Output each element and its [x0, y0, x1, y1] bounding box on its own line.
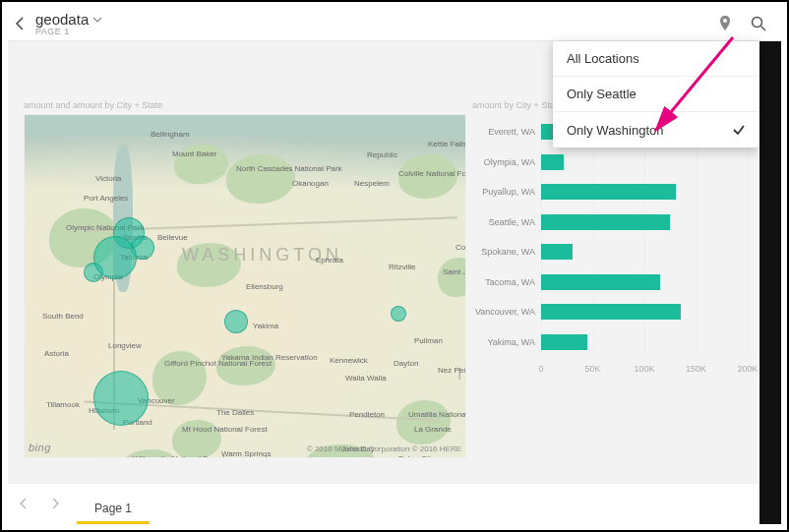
title-block[interactable]: geodata PAGE 1 [35, 11, 102, 36]
map-data-point[interactable] [93, 236, 137, 279]
bar-chart-visual[interactable]: Everett, WAOlympia, WAPuyallup, WASeattl… [472, 114, 748, 378]
back-button[interactable] [8, 11, 33, 36]
filter-menu-label: Only Washington [567, 123, 664, 138]
forest-patch [438, 258, 466, 297]
bar-row: Olympia, WA [472, 150, 748, 175]
bar-category-label: Olympia, WA [472, 157, 541, 167]
map-city-label: Mt Hood National Forest [182, 425, 268, 434]
chart-visual-title: amount by City + State [472, 100, 562, 110]
bar[interactable] [541, 334, 587, 350]
map-data-point[interactable] [93, 371, 149, 426]
map-city-label: Victoria [95, 174, 122, 183]
bar[interactable] [541, 154, 564, 170]
bar[interactable] [541, 244, 573, 260]
map-city-label: Kennewick [330, 356, 368, 365]
bar-category-label: Vancouver, WA [472, 307, 541, 317]
bar-category-label: Seattle, WA [472, 217, 541, 227]
map-city-label: Dayton [394, 359, 418, 368]
x-tick-label: 200K [737, 364, 758, 374]
map-city-label: Mount Baker [172, 149, 216, 158]
map-city-label: Bellevue [157, 233, 188, 242]
svg-point-0 [723, 19, 727, 23]
map-pin-icon [716, 15, 734, 32]
map-city-label: The Dalles [216, 408, 254, 417]
bar-category-label: Tacoma, WA [472, 277, 541, 287]
page-tab-label: Page 1 [94, 502, 132, 515]
next-page-button[interactable] [39, 489, 71, 518]
map-city-label: La Grande [414, 425, 452, 434]
map-city-label: Yakima [253, 322, 278, 330]
map-attribution: © 2016 Microsoft Corporation © 2016 HERE [307, 444, 461, 453]
map-city-label: Colville National Forest [398, 169, 466, 178]
bar-row: Seattle, WA [472, 210, 748, 235]
map-city-label: Willamette National Forest [133, 454, 225, 458]
map-city-label: Yakama Indian Reservation [221, 353, 318, 362]
chevron-left-icon [18, 498, 30, 509]
bar-category-label: Puyallup, WA [472, 187, 541, 197]
filter-menu-item[interactable]: All Locations [553, 41, 759, 77]
bar-row: Yakima, WA [472, 330, 748, 355]
map-visual[interactable]: WASHINGTON ID BellinghamMount BakerVicto… [24, 114, 466, 458]
map-city-label: Pullman [414, 336, 443, 345]
map-city-label: Okanogan [292, 179, 329, 188]
map-city-label: Republic [367, 150, 397, 159]
x-tick-label: 0 [538, 364, 543, 374]
gridline [748, 114, 749, 354]
filter-menu-label: Only Seattle [567, 87, 637, 101]
x-tick-label: 100K [634, 364, 654, 374]
bar[interactable] [541, 184, 676, 200]
bing-logo: bing [29, 442, 51, 453]
header-bar: geodata PAGE 1 [8, 6, 781, 41]
prev-page-button[interactable] [8, 489, 39, 518]
filter-menu-item[interactable]: Only Seattle [553, 77, 759, 112]
footer-pager: Page 1 [8, 483, 758, 524]
search-button[interactable] [746, 11, 771, 36]
right-edge-strip [759, 41, 781, 524]
map-visual-title: amount and amount by City + State [24, 100, 162, 110]
bar-row: Spokane, WA [472, 240, 748, 265]
map-city-label: Tillamook [46, 400, 80, 409]
map-city-label: Astoria [44, 349, 69, 358]
map-city-label: Ellensburg [246, 282, 283, 291]
check-icon [732, 123, 746, 137]
map-city-label: Baker City [398, 454, 435, 458]
x-tick-label: 150K [686, 364, 706, 374]
bar[interactable] [541, 304, 681, 320]
filter-menu-item[interactable]: Only Washington [553, 112, 759, 148]
page-tab[interactable]: Page 1 [77, 495, 150, 524]
search-icon [750, 15, 767, 32]
x-tick-label: 50K [584, 364, 600, 374]
map-city-label: Bellingham [151, 130, 190, 139]
map-city-label: Longview [108, 341, 142, 350]
map-city-label: South Bend [42, 312, 84, 321]
bar-category-label: Yakima, WA [472, 337, 541, 347]
map-city-label: Walla Walla [345, 374, 387, 383]
location-filter-button[interactable] [712, 11, 738, 36]
map-city-label: Coeur d'Alene [455, 243, 466, 252]
map-city-label: Ritzville [389, 263, 416, 271]
bar-row: Tacoma, WA [472, 270, 748, 295]
bar[interactable] [541, 214, 670, 230]
map-city-label: Ochoco & Malheur National Forest [314, 457, 435, 458]
page-subtitle: PAGE 1 [35, 27, 102, 36]
bar-category-label: Everett, WA [472, 127, 541, 137]
bar-category-label: Spokane, WA [472, 247, 541, 257]
filter-menu-label: All Locations [567, 51, 639, 66]
map-city-label: Kettle Falls [428, 140, 466, 148]
bar[interactable] [541, 274, 660, 290]
bar-row: Puyallup, WA [472, 180, 748, 205]
map-city-label: Umatilla National Forest [408, 410, 466, 419]
map-data-point[interactable] [391, 306, 406, 322]
chevron-right-icon [49, 498, 61, 509]
map-city-label: Ephrata [316, 256, 343, 265]
map-data-point[interactable] [224, 310, 248, 333]
chevron-left-icon [13, 16, 29, 31]
report-title: geodata [35, 11, 89, 28]
location-filter-menu: All LocationsOnly SeattleOnly Washington [553, 41, 759, 148]
map-city-label: North Cascades National Park [236, 164, 342, 173]
map-city-label: Saint Joe National Forest [443, 267, 466, 276]
map-city-label: Pendleton [349, 410, 385, 419]
map-city-label: Nez Perce-Clea… [438, 366, 466, 375]
map-city-label: Nespelem [354, 179, 390, 188]
svg-point-1 [753, 17, 762, 27]
